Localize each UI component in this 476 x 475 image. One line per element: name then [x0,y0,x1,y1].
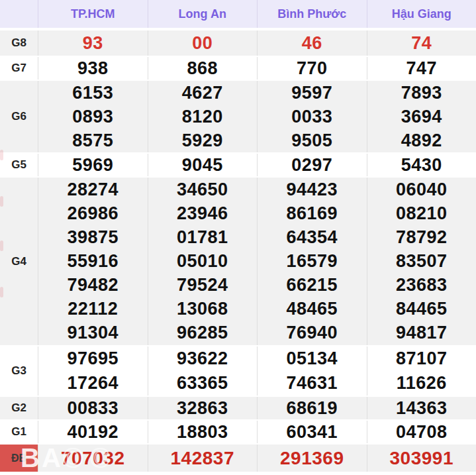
prize-value: 00 [148,33,258,54]
prize-value: 291369 [258,448,367,469]
column-header-long-an[interactable]: Long An [148,0,258,28]
prize-value: 9597 [258,83,367,103]
prize-label-g5: G5 [0,154,38,176]
prize-value: 0893 [38,107,148,127]
prize-value: 0033 [258,107,367,127]
prize-value: 26986 [38,203,148,224]
prize-value: 60341 [258,422,367,443]
left-edge-watermark-mark [0,196,3,207]
left-edge-watermark-mark [0,287,3,297]
prize-value: 00833 [38,398,148,419]
prize-label-db: ĐB [0,445,38,472]
prize-value: 40192 [38,422,148,443]
prize-value: 23683 [367,275,476,295]
prize-value: 78792 [367,227,476,248]
prize-value: 4627 [148,83,258,103]
prize-label-g7: G7 [0,57,38,79]
prize-value: 48465 [258,299,367,319]
table-row-g4: G4 28274 26986 39875 55916 79482 22112 9… [0,176,476,345]
prize-value: 7893 [367,83,476,103]
prize-value: 13068 [148,299,258,319]
table-row-g5: G5 5969 9045 0297 5430 [0,152,476,176]
prize-value: 96285 [148,323,258,343]
prize-value: 11626 [367,373,476,394]
prize-value: 747 [367,58,476,79]
prize-value: 938 [38,58,148,79]
prize-value: 93 [38,33,148,54]
prize-value: 74 [367,33,476,54]
prize-value: 32863 [148,398,258,419]
prize-value: 16579 [258,251,367,272]
lottery-results-page: TP.HCM Long An Bình Phước Hậu Giang G8 9… [0,0,476,475]
prize-value: 01781 [148,227,258,248]
prize-value: 9505 [258,131,367,151]
prize-value: 22112 [38,299,148,319]
prize-label-g1: G1 [0,421,38,443]
table-row-g8: G8 93 00 46 74 [0,29,476,56]
column-header-tphcm[interactable]: TP.HCM [38,0,148,28]
table-row-g2: G2 00833 32863 68619 14363 [0,396,476,419]
left-edge-watermark-mark [0,240,3,251]
table-row-g3: G3 97695 17264 93622 63365 05134 74631 8… [0,345,476,396]
prize-value: 28274 [38,180,148,200]
prize-value: 64354 [258,227,367,248]
prize-value: 94817 [367,323,476,343]
prize-label-g2: G2 [0,397,38,419]
prize-value: 9045 [148,155,258,176]
prize-value: 06040 [367,180,476,200]
table-row-db: ĐB 707032 142837 291369 303991 [0,443,476,472]
prize-value: 8120 [148,107,258,127]
prize-value: 63365 [148,373,258,394]
table-row-g1: G1 40192 18803 60341 04708 [0,419,476,443]
column-header-hau-giang[interactable]: Hậu Giang [367,0,476,28]
prize-value: 14363 [367,398,476,419]
prize-value: 303991 [367,448,476,469]
prize-value: 8575 [38,131,148,151]
prize-value: 5969 [38,155,148,176]
prize-value: 4892 [367,131,476,151]
prize-label-g4: G4 [0,178,38,345]
prize-value: 46 [258,33,367,54]
prize-value: 84465 [367,299,476,319]
prize-value: 79524 [148,275,258,295]
prize-value: 707032 [38,448,148,469]
column-header-binh-phuoc[interactable]: Bình Phước [257,0,367,28]
prize-value: 93622 [148,348,258,369]
prize-value: 23946 [148,203,258,224]
prize-value: 34650 [148,180,258,200]
prize-value: 6153 [38,83,148,103]
prize-value: 91304 [38,323,148,343]
prize-value: 5929 [148,131,258,151]
prize-value: 05134 [258,348,367,369]
prize-value: 08210 [367,203,476,224]
prize-value: 68619 [258,398,367,419]
prize-value: 76940 [258,323,367,343]
prize-value: 3694 [367,107,476,127]
prize-value: 66215 [258,275,367,295]
table-row-g7: G7 938 868 770 747 [0,56,476,79]
prize-value: 55916 [38,251,148,272]
prize-value: 86169 [258,203,367,224]
prize-value: 868 [148,58,258,79]
prize-value: 87107 [367,348,476,369]
prize-value: 770 [258,58,367,79]
prize-value: 79482 [38,275,148,295]
prize-value: 18803 [148,422,258,443]
prize-value: 97695 [38,348,148,369]
prize-label-g6: G6 [0,81,38,152]
table-header-row: TP.HCM Long An Bình Phước Hậu Giang [0,0,476,29]
prize-value: 83507 [367,251,476,272]
table-row-g6: G6 6153 0893 8575 4627 8120 5929 9597 00… [0,79,476,152]
prize-value: 04708 [367,422,476,443]
prize-label-g3: G3 [0,346,38,396]
corner-cell [0,0,38,28]
prize-value: 39875 [38,227,148,248]
prize-value: 05010 [148,251,258,272]
prize-value: 5430 [367,155,476,176]
prize-value: 74631 [258,373,367,394]
prize-label-g8: G8 [0,30,38,56]
prize-value: 94423 [258,180,367,200]
prize-value: 142837 [148,448,258,469]
prize-value: 17264 [38,373,148,394]
prize-value: 0297 [258,155,367,176]
